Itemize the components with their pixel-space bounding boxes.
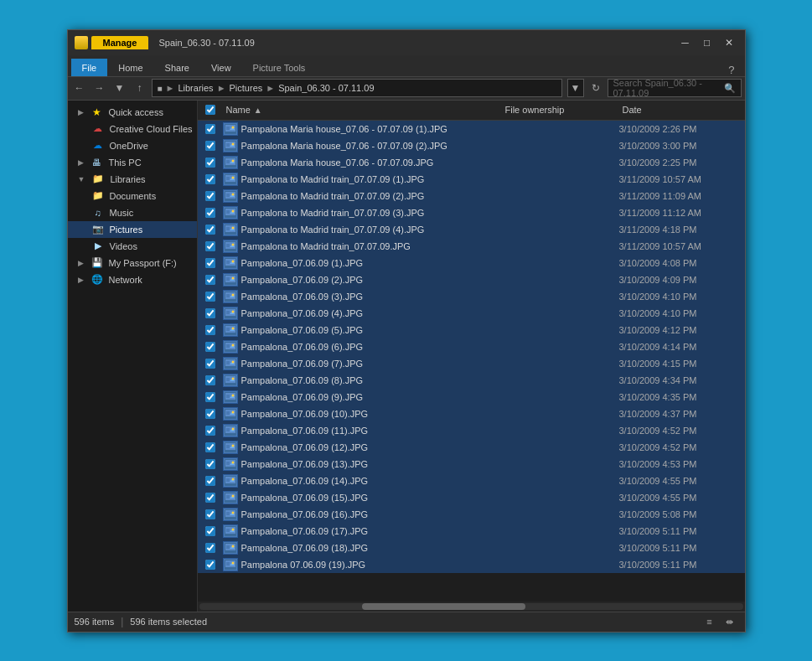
tab-share[interactable]: Share — [154, 59, 200, 76]
col-date-header[interactable]: Date — [619, 105, 745, 115]
file-checkbox[interactable] — [198, 359, 223, 369]
row-checkbox[interactable] — [205, 442, 215, 452]
refresh-button[interactable]: ↻ — [587, 79, 604, 97]
col-name-header[interactable]: Name ▲ — [223, 105, 502, 115]
row-checkbox[interactable] — [205, 308, 215, 318]
sidebar-item-music[interactable]: ♫ Music — [68, 204, 197, 221]
sidebar-item-this-pc[interactable]: ▶ 🖶 This PC — [68, 154, 197, 171]
file-checkbox[interactable] — [198, 174, 223, 184]
table-row[interactable]: Pampalona_07.06.09 (15).JPG 3/10/2009 4:… — [198, 489, 745, 506]
file-checkbox[interactable] — [198, 459, 223, 469]
tab-picture-tools[interactable]: Picture Tools — [242, 59, 317, 76]
table-row[interactable]: Pampalona to Madrid train_07.07.09 (1).J… — [198, 171, 745, 188]
file-checkbox[interactable] — [198, 526, 223, 536]
breadcrumb-libraries[interactable]: Libraries — [178, 83, 213, 93]
sidebar-item-quick-access[interactable]: ▶ ★ Quick access — [68, 104, 197, 121]
recent-button[interactable]: ▼ — [111, 80, 128, 96]
file-checkbox[interactable] — [198, 241, 223, 251]
sidebar-item-creative-cloud[interactable]: ☁ Creative Cloud Files — [68, 121, 197, 137]
table-row[interactable]: Pampalona Maria house_07.06 - 07.07.09.J… — [198, 154, 745, 171]
row-checkbox[interactable] — [205, 526, 215, 536]
file-checkbox[interactable] — [198, 543, 223, 553]
file-checkbox[interactable] — [198, 124, 223, 134]
file-checkbox[interactable] — [198, 442, 223, 452]
tab-view[interactable]: View — [200, 59, 242, 76]
large-icons-view-button[interactable]: ⇼ — [721, 614, 738, 629]
table-row[interactable]: Pampalona to Madrid train_07.07.09 (4).J… — [198, 221, 745, 238]
row-checkbox[interactable] — [205, 359, 215, 369]
minimize-button[interactable]: ─ — [676, 35, 695, 50]
table-row[interactable]: Pampalona_07.06.09 (2).JPG 3/10/2009 4:0… — [198, 271, 745, 288]
table-row[interactable]: Pampalona_07.06.09 (17).JPG 3/10/2009 5:… — [198, 523, 745, 540]
breadcrumb[interactable]: ■ ► Libraries ► Pictures ► Spain_06.30 -… — [152, 79, 562, 97]
file-checkbox[interactable] — [198, 158, 223, 168]
back-button[interactable]: ← — [71, 80, 88, 96]
file-checkbox[interactable] — [198, 141, 223, 151]
table-row[interactable]: Pampalona_07.06.09 (5).JPG 3/10/2009 4:1… — [198, 322, 745, 338]
table-row[interactable]: Pampalona_07.06.09 (4).JPG 3/10/2009 4:1… — [198, 305, 745, 322]
file-checkbox[interactable] — [198, 476, 223, 486]
row-checkbox[interactable] — [205, 258, 215, 268]
row-checkbox[interactable] — [205, 375, 215, 385]
table-row[interactable]: Pampalona_07.06.09 (16).JPG 3/10/2009 5:… — [198, 506, 745, 523]
row-checkbox[interactable] — [205, 124, 215, 134]
select-all-checkbox[interactable] — [205, 105, 215, 115]
table-row[interactable]: Pampalona_07.06.09 (14).JPG 3/10/2009 4:… — [198, 473, 745, 489]
sidebar-item-onedrive[interactable]: ☁ OneDrive — [68, 137, 197, 154]
file-checkbox[interactable] — [198, 509, 223, 519]
file-checkbox[interactable] — [198, 493, 223, 503]
sidebar-item-documents[interactable]: 📁 Documents — [68, 188, 197, 204]
row-checkbox[interactable] — [205, 409, 215, 419]
forward-button[interactable]: → — [91, 80, 108, 96]
row-checkbox[interactable] — [205, 325, 215, 335]
file-checkbox[interactable] — [198, 191, 223, 201]
row-checkbox[interactable] — [205, 560, 215, 570]
row-checkbox[interactable] — [205, 342, 215, 352]
sidebar-item-pictures[interactable]: 📷 Pictures — [68, 221, 197, 238]
table-row[interactable]: Pampalona_07.06.09 (7).JPG 3/10/2009 4:1… — [198, 355, 745, 372]
row-checkbox[interactable] — [205, 459, 215, 469]
tab-file[interactable]: File — [71, 59, 108, 76]
up-button[interactable]: ↑ — [132, 80, 148, 96]
row-checkbox[interactable] — [205, 493, 215, 503]
tab-home[interactable]: Home — [107, 59, 153, 76]
row-checkbox[interactable] — [205, 141, 215, 151]
table-row[interactable]: Pampalona to Madrid train_07.07.09.JPG 3… — [198, 238, 745, 255]
file-list-scroll[interactable]: Pampalona Maria house_07.06 - 07.07.09 (… — [198, 121, 745, 602]
sidebar-item-network[interactable]: ▶ 🌐 Network — [68, 271, 197, 288]
file-checkbox[interactable] — [198, 342, 223, 352]
file-checkbox[interactable] — [198, 426, 223, 436]
table-row[interactable]: Pampalona_07.06.09 (12).JPG 3/10/2009 4:… — [198, 439, 745, 456]
row-checkbox[interactable] — [205, 241, 215, 251]
table-row[interactable]: Pampalona_07.06.09 (6).JPG 3/10/2009 4:1… — [198, 338, 745, 355]
file-checkbox[interactable] — [198, 208, 223, 218]
file-checkbox[interactable] — [198, 409, 223, 419]
table-row[interactable]: Pampalona_07.06.09 (1).JPG 3/10/2009 4:0… — [198, 255, 745, 271]
row-checkbox[interactable] — [205, 476, 215, 486]
col-ownership-header[interactable]: File ownership — [502, 105, 619, 115]
table-row[interactable]: Pampalona_07.06.09 (11).JPG 3/10/2009 4:… — [198, 422, 745, 439]
breadcrumb-dropdown[interactable]: ▼ — [567, 79, 584, 97]
sidebar-item-my-passport[interactable]: ▶ 💾 My Passport (F:) — [68, 255, 197, 271]
details-view-button[interactable]: ≡ — [701, 614, 718, 629]
table-row[interactable]: Pampalona_07.06.09 (9).JPG 3/10/2009 4:3… — [198, 389, 745, 405]
file-checkbox[interactable] — [198, 308, 223, 318]
row-checkbox[interactable] — [205, 174, 215, 184]
row-checkbox[interactable] — [205, 275, 215, 285]
table-row[interactable]: Pampalona_07.06.09 (18).JPG 3/10/2009 5:… — [198, 540, 745, 556]
file-checkbox[interactable] — [198, 375, 223, 385]
close-button[interactable]: ✕ — [720, 35, 738, 50]
table-row[interactable]: Pampalona Maria house_07.06 - 07.07.09 (… — [198, 121, 745, 137]
file-checkbox[interactable] — [198, 225, 223, 235]
row-checkbox[interactable] — [205, 292, 215, 302]
table-row[interactable]: Pampalona to Madrid train_07.07.09 (3).J… — [198, 204, 745, 221]
row-checkbox[interactable] — [205, 208, 215, 218]
file-checkbox[interactable] — [198, 275, 223, 285]
help-icon[interactable]: ? — [721, 64, 741, 76]
sidebar-item-videos[interactable]: ▶ Videos — [68, 238, 197, 255]
table-row[interactable]: Pampalona_07.06.09 (8).JPG 3/10/2009 4:3… — [198, 372, 745, 389]
maximize-button[interactable]: □ — [698, 35, 716, 50]
horizontal-scrollbar[interactable] — [198, 602, 745, 612]
search-bar[interactable]: Search Spain_06.30 - 07.11.09 🔍 — [608, 79, 742, 97]
table-row[interactable]: Pampalona_07.06.09 (10).JPG 3/10/2009 4:… — [198, 405, 745, 422]
